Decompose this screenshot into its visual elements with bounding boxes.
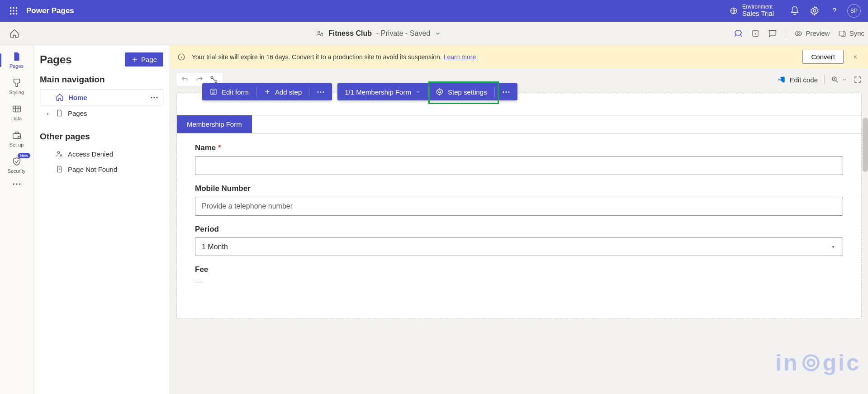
- people-lock-icon: [316, 29, 324, 38]
- svg-point-8: [16, 13, 18, 15]
- add-step-button[interactable]: Add step: [256, 84, 309, 100]
- svg-point-38: [807, 360, 814, 366]
- info-panel-icon[interactable]: [751, 29, 759, 38]
- field-fee: Fee —: [195, 265, 843, 286]
- plus-icon: [264, 88, 271, 95]
- site-title[interactable]: Fitness Club - Private - Saved: [24, 29, 733, 38]
- chevron-right-icon: ›: [44, 109, 51, 117]
- undo-icon[interactable]: [181, 76, 189, 84]
- step-settings-button[interactable]: Step settings: [428, 83, 494, 100]
- svg-rect-12: [321, 33, 323, 36]
- name-label: Name *: [195, 143, 843, 152]
- svg-point-2: [16, 7, 18, 9]
- sync-button[interactable]: Sync: [838, 29, 864, 38]
- add-page-button[interactable]: Page: [125, 52, 163, 66]
- step-toolbar-more-icon[interactable]: [495, 86, 517, 98]
- edit-code-button[interactable]: Edit code: [778, 76, 818, 84]
- svg-point-18: [13, 183, 14, 185]
- fee-value: —: [195, 278, 843, 286]
- svg-point-33: [439, 91, 441, 93]
- pages-panel: Pages Page Main navigation Home › Pages …: [33, 45, 170, 394]
- app-launcher-icon[interactable]: [5, 6, 23, 16]
- svg-point-34: [503, 91, 504, 93]
- mobile-input[interactable]: [195, 197, 843, 216]
- tab-membership-form[interactable]: Membership Form: [177, 115, 252, 133]
- svg-point-4: [13, 10, 14, 12]
- svg-point-32: [323, 91, 324, 93]
- scrollbar[interactable]: [863, 118, 868, 172]
- home-button[interactable]: [5, 24, 24, 43]
- page-missing-icon: [55, 165, 63, 173]
- redo-icon[interactable]: [195, 76, 204, 84]
- banner-message: Your trial site will expire in 16 days. …: [192, 53, 796, 61]
- form-toolbar-more-icon[interactable]: [309, 86, 332, 98]
- more-icon: [12, 183, 21, 185]
- fullscreen-icon[interactable]: [854, 76, 862, 84]
- step-picker[interactable]: 1/1 Membership Form: [337, 84, 428, 100]
- svg-point-23: [157, 97, 158, 98]
- environment-picker[interactable]: Environment Sales Trial: [730, 4, 774, 18]
- close-banner-icon[interactable]: [850, 54, 861, 60]
- period-select[interactable]: 1 Month: [195, 237, 843, 256]
- svg-point-35: [505, 91, 507, 93]
- help-icon[interactable]: [825, 0, 844, 22]
- svg-rect-15: [839, 31, 844, 36]
- form-tabs: Membership Form: [177, 115, 861, 133]
- brush-icon: [12, 78, 22, 88]
- top-bar: Power Pages Environment Sales Trial SP: [0, 0, 868, 22]
- panel-title: Pages: [40, 53, 72, 66]
- svg-point-5: [16, 10, 18, 12]
- name-input[interactable]: [195, 156, 843, 175]
- fee-label: Fee: [195, 265, 843, 274]
- rail-item-more[interactable]: [0, 178, 33, 190]
- environment-name: Sales Trial: [742, 10, 774, 18]
- person-denied-icon: [55, 150, 63, 158]
- svg-point-31: [320, 91, 322, 93]
- field-name: Name *: [195, 143, 843, 175]
- eye-icon: [794, 29, 802, 38]
- svg-point-21: [151, 97, 152, 98]
- preview-button[interactable]: Preview: [794, 29, 830, 38]
- other-pages-heading: Other pages: [40, 132, 163, 142]
- mobile-label: Mobile Number: [195, 184, 843, 193]
- svg-point-7: [13, 13, 14, 15]
- tree-item-menu-icon[interactable]: [150, 96, 158, 99]
- rail-item-styling[interactable]: Styling: [0, 73, 33, 100]
- period-label: Period: [195, 225, 843, 234]
- svg-point-30: [318, 91, 319, 93]
- notifications-icon[interactable]: [785, 0, 805, 22]
- copilot-icon[interactable]: [733, 28, 743, 38]
- form-icon: [209, 88, 218, 96]
- flow-icon[interactable]: [210, 76, 218, 84]
- tree-item-pages[interactable]: › Pages: [40, 105, 163, 121]
- svg-point-10: [813, 9, 816, 12]
- page-preview: Edit form Add step 1/1 Membership Form: [176, 93, 862, 319]
- chevron-down-icon: [415, 89, 421, 95]
- tree-item-home[interactable]: Home: [40, 89, 163, 105]
- site-name: Fitness Club: [328, 29, 372, 38]
- tree-item-access-denied[interactable]: Access Denied: [40, 146, 163, 161]
- edit-form-button[interactable]: Edit form: [202, 83, 256, 100]
- tree-item-not-found[interactable]: Page Not Found: [40, 161, 163, 177]
- settings-gear-icon[interactable]: [805, 0, 825, 22]
- svg-point-14: [797, 32, 800, 34]
- svg-point-6: [10, 13, 12, 15]
- convert-button[interactable]: Convert: [802, 50, 844, 64]
- rail-item-security[interactable]: New Security: [0, 152, 33, 178]
- learn-more-link[interactable]: Learn more: [444, 53, 476, 61]
- svg-point-3: [10, 10, 12, 12]
- main-nav-heading: Main navigation: [40, 75, 163, 85]
- zoom-control[interactable]: [831, 76, 847, 84]
- rail-item-data[interactable]: Data: [0, 100, 33, 126]
- vscode-icon: [778, 76, 786, 84]
- rail-item-setup[interactable]: Set up: [0, 126, 33, 152]
- svg-point-19: [16, 183, 17, 185]
- rail-item-pages[interactable]: Pages: [0, 47, 33, 73]
- user-avatar[interactable]: SP: [847, 4, 861, 18]
- trial-banner: Your trial site will expire in 16 days. …: [170, 45, 868, 68]
- globe-icon: [730, 7, 738, 15]
- comments-icon[interactable]: [768, 28, 778, 38]
- site-status: - Private - Saved: [376, 29, 430, 38]
- field-period: Period 1 Month: [195, 225, 843, 256]
- svg-point-0: [10, 7, 12, 9]
